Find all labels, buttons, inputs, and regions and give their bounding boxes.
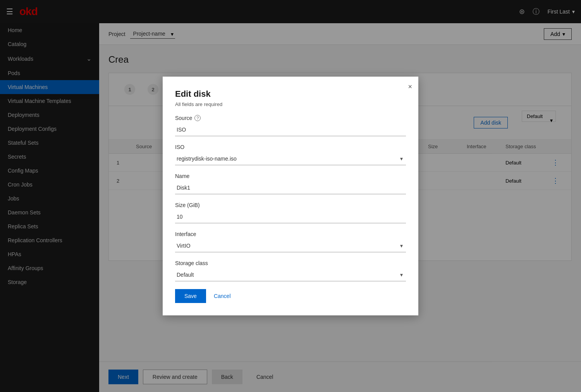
modal-save-button[interactable]: Save bbox=[175, 289, 206, 303]
size-input[interactable] bbox=[175, 211, 406, 223]
interface-select[interactable]: VirtIO SATA IDE bbox=[175, 240, 406, 252]
size-label: Size (GiB) bbox=[175, 202, 406, 208]
source-label: Source ? bbox=[175, 115, 406, 121]
storage-class-field-group: Storage class Default Standard Fast bbox=[175, 260, 406, 281]
interface-label: Interface bbox=[175, 231, 406, 237]
storage-class-label: Storage class bbox=[175, 260, 406, 266]
modal-overlay[interactable]: × Edit disk All fields are required Sour… bbox=[0, 0, 581, 392]
size-field-group: Size (GiB) bbox=[175, 202, 406, 223]
name-label: Name bbox=[175, 173, 406, 179]
iso-field-group: ISO registrydisk-iso-name.iso other-iso.… bbox=[175, 144, 406, 165]
source-help-icon[interactable]: ? bbox=[194, 115, 201, 121]
name-input[interactable] bbox=[175, 181, 406, 194]
modal-cancel-button[interactable]: Cancel bbox=[211, 289, 234, 303]
modal-title: Edit disk bbox=[175, 89, 406, 99]
name-field-group: Name bbox=[175, 173, 406, 194]
edit-disk-modal: × Edit disk All fields are required Sour… bbox=[163, 77, 418, 315]
modal-actions: Save Cancel bbox=[175, 289, 406, 303]
modal-required-text: All fields are required bbox=[175, 101, 406, 107]
source-field-group: Source ? bbox=[175, 115, 406, 136]
iso-label: ISO bbox=[175, 144, 406, 150]
interface-field-group: Interface VirtIO SATA IDE bbox=[175, 231, 406, 252]
interface-select-wrapper[interactable]: VirtIO SATA IDE bbox=[175, 240, 406, 252]
storage-class-select[interactable]: Default Standard Fast bbox=[175, 269, 406, 281]
iso-select-wrapper[interactable]: registrydisk-iso-name.iso other-iso.iso bbox=[175, 152, 406, 165]
source-input[interactable] bbox=[175, 123, 406, 136]
storage-class-select-wrapper[interactable]: Default Standard Fast bbox=[175, 269, 406, 281]
modal-close-button[interactable]: × bbox=[408, 83, 412, 91]
iso-select[interactable]: registrydisk-iso-name.iso other-iso.iso bbox=[175, 152, 406, 165]
